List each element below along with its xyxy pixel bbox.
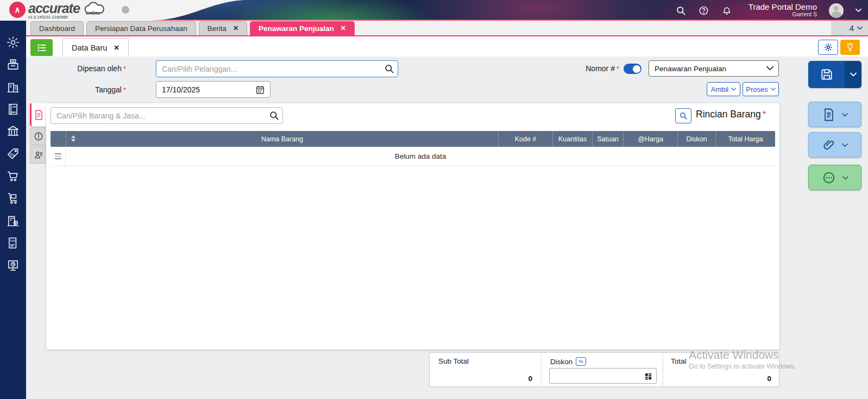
search-icon[interactable] <box>676 5 687 16</box>
close-icon[interactable]: ✕ <box>114 43 119 52</box>
bank-icon[interactable] <box>6 124 20 139</box>
attachment-paperclip-icon <box>822 138 835 152</box>
active-tab-underline <box>26 35 868 37</box>
side-tab-info[interactable] <box>30 127 46 145</box>
search-icon[interactable] <box>269 110 279 121</box>
delivery-trolley-icon[interactable] <box>6 191 20 205</box>
close-icon[interactable]: ✕ <box>341 24 346 32</box>
item-search-input[interactable] <box>51 107 283 124</box>
company-icon[interactable] <box>6 80 20 94</box>
chevron-down-icon <box>857 26 863 30</box>
column-diskon[interactable]: Diskon <box>677 131 715 147</box>
list-menu-icon <box>36 42 48 54</box>
chevron-down-icon <box>771 88 776 91</box>
column-harga[interactable]: @Harga <box>623 131 677 147</box>
close-icon[interactable]: ✕ <box>233 24 238 32</box>
open-tabs-count[interactable]: 4 <box>831 21 868 35</box>
proses-button[interactable]: Proses <box>743 82 779 96</box>
side-tab-document[interactable] <box>30 103 46 126</box>
form-settings-button[interactable] <box>818 40 838 55</box>
info-icon <box>34 132 43 141</box>
journal-icon[interactable] <box>6 102 20 116</box>
subtotal-section: Sub Total 0 <box>430 353 541 386</box>
sort-icon[interactable] <box>71 135 76 142</box>
fixed-asset-icon[interactable] <box>6 214 20 228</box>
tab-berita[interactable]: Berita✕ <box>199 21 247 35</box>
chevron-down-icon <box>842 113 848 117</box>
shopping-cart-icon[interactable] <box>6 169 20 183</box>
diskon-input[interactable] <box>549 368 657 384</box>
chevron-down-icon[interactable] <box>856 8 861 13</box>
tab-penawaran-penjualan[interactable]: Penawaran Penjualan✕ <box>250 21 355 35</box>
tax-document-icon[interactable]: TAX <box>6 236 20 250</box>
total-section: Total 0 <box>663 353 779 386</box>
decorative-dot <box>122 6 129 14</box>
column-handle <box>51 131 66 147</box>
items-panel: Rincian Barang* Nama Barang Kode # Kuant… <box>46 103 779 350</box>
chevron-down-icon <box>850 72 857 77</box>
save-floppy-icon <box>820 67 834 82</box>
tab-dashboard[interactable]: Dashboard <box>30 21 84 35</box>
form-toolbar: Data Baru ✕ <box>26 36 868 57</box>
table-row: Belum ada data <box>51 147 775 166</box>
gear-icon <box>823 42 833 52</box>
report-icon[interactable] <box>6 258 20 272</box>
help-icon[interactable] <box>699 5 709 16</box>
list-menu-button[interactable] <box>30 39 53 56</box>
chevron-down-icon <box>842 143 848 147</box>
user-name: Garrent S <box>749 11 817 18</box>
calculator-icon[interactable] <box>644 372 653 381</box>
account-name: Trade Portal Demo <box>749 3 817 12</box>
required-mark: * <box>123 86 126 94</box>
calendar-icon[interactable] <box>255 85 265 95</box>
date-input[interactable] <box>156 81 271 98</box>
logo-text: accurate <box>28 1 80 16</box>
section-title: Rincian Barang* <box>696 109 766 120</box>
required-mark: * <box>763 110 766 119</box>
nomor-toggle[interactable] <box>624 64 641 74</box>
tab-persiapan-data-perusahaan[interactable]: Persiapan Data Perusahaan <box>86 21 196 35</box>
items-table-header: Nama Barang Kode # Kuantitas Satuan @Har… <box>51 131 775 147</box>
drag-handle-icon[interactable] <box>51 147 66 166</box>
diskon-label: Diskon <box>550 358 573 366</box>
logo-online-text: online <box>86 10 100 16</box>
pricing-tag-icon[interactable]: Rp <box>6 147 20 161</box>
document-actions-button[interactable] <box>808 102 861 127</box>
column-total-harga[interactable]: Total Harga <box>715 131 775 147</box>
chevron-down-icon <box>731 88 736 91</box>
item-lookup-button[interactable] <box>675 108 691 123</box>
tips-button[interactable] <box>840 40 860 55</box>
comment-button[interactable] <box>808 165 861 190</box>
total-value: 0 <box>767 375 771 383</box>
search-icon[interactable] <box>384 64 394 74</box>
subtotal-value: 0 <box>528 375 532 383</box>
svg-text:TAX: TAX <box>10 239 16 242</box>
save-dropdown-button[interactable] <box>845 61 861 88</box>
notifications-icon[interactable] <box>721 5 732 16</box>
template-select[interactable]: Penawaran Penjualan <box>649 60 779 77</box>
salesman-icon <box>34 150 43 160</box>
app-sidebar: Rp TAX <box>0 21 26 399</box>
avatar[interactable] <box>829 3 844 18</box>
version-text: v1.0.1#3231-2160589 <box>28 15 68 20</box>
required-mark: * <box>123 65 126 73</box>
tanggal-label: Tanggal* <box>33 85 126 94</box>
settings-icon[interactable] <box>6 35 20 49</box>
diskon-section: Diskon% <box>541 353 663 386</box>
cash-register-icon[interactable] <box>6 58 20 72</box>
total-label: Total <box>671 357 687 365</box>
save-button[interactable] <box>808 61 861 88</box>
totals-bar: Sub Total 0 Diskon% Total 0 <box>429 352 779 387</box>
template-select-value: Penawaran Penjualan <box>655 65 726 73</box>
column-kuantitas[interactable]: Kuantitas <box>552 131 592 147</box>
tab-data-baru[interactable]: Data Baru ✕ <box>62 38 129 57</box>
side-tab-salesman[interactable] <box>30 146 46 164</box>
column-kode[interactable]: Kode # <box>498 131 552 147</box>
ambil-button[interactable]: Ambil <box>707 82 740 96</box>
column-nama-barang[interactable]: Nama Barang <box>66 131 498 147</box>
attachment-button[interactable] <box>808 132 861 158</box>
percent-badge[interactable]: % <box>576 357 586 366</box>
subtotal-label: Sub Total <box>438 357 469 365</box>
column-satuan[interactable]: Satuan <box>592 131 623 147</box>
customer-search-input[interactable] <box>156 60 398 77</box>
